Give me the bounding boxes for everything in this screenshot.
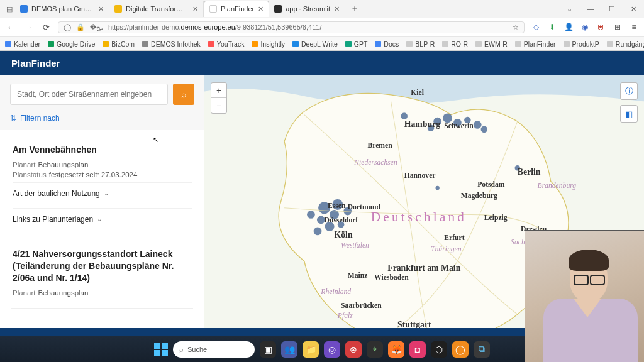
svg-text:Leipzig: Leipzig: [484, 214, 508, 222]
browser-tab[interactable]: app · Streamlit ✕: [269, 1, 345, 17]
adblock-icon[interactable]: ⛨: [596, 23, 606, 31]
location-search-input[interactable]: [10, 84, 168, 105]
svg-text:Rheinland: Rheinland: [320, 288, 351, 296]
maximize-button[interactable]: ☐: [601, 5, 623, 13]
layers-icon: ◧: [625, 109, 633, 119]
browser-tab[interactable]: DEMOS plan GmbH – Kalend ✕: [15, 1, 109, 17]
extension-icon[interactable]: ◉: [580, 23, 590, 31]
bookmark-item[interactable]: Kalender: [5, 40, 40, 48]
close-window-button[interactable]: ✕: [623, 5, 644, 13]
results-list[interactable]: Am Vennebähnchen PlanartBebauungsplan Pl…: [0, 130, 204, 328]
svg-text:Hannover: Hannover: [404, 172, 436, 180]
close-icon[interactable]: ✕: [258, 5, 264, 13]
taskbar-app-icon[interactable]: 👥: [281, 341, 297, 358]
taskbar-app-icon[interactable]: ▣: [260, 341, 276, 358]
taskbar-app-icon[interactable]: ⬡: [431, 341, 447, 358]
svg-text:Magdeburg: Magdeburg: [461, 192, 497, 200]
svg-text:Saarbrücken: Saarbrücken: [341, 302, 382, 310]
app-title: PlanFinder: [11, 58, 60, 69]
lock-icon: 🔒: [76, 23, 85, 31]
reload-button[interactable]: ⟳: [40, 23, 52, 32]
expander-links[interactable]: Links zu Planunterlagen⌄: [13, 208, 192, 230]
bookmark-item[interactable]: RO-R: [442, 40, 468, 48]
svg-text:Deutschland: Deutschland: [371, 209, 467, 224]
svg-text:Hamburg: Hamburg: [404, 119, 440, 129]
taskbar-app-icon[interactable]: ⊗: [345, 341, 362, 358]
bookmark-item[interactable]: BizCom: [103, 40, 135, 48]
bookmark-item[interactable]: Insightly: [252, 40, 285, 48]
chevron-down-icon: ⌄: [97, 216, 102, 222]
search-button[interactable]: ⌕: [173, 84, 194, 105]
taskbar-app-icon[interactable]: 🦊: [388, 341, 404, 358]
info-icon: ⓘ: [625, 85, 633, 97]
svg-text:Köln: Köln: [335, 230, 353, 239]
close-icon[interactable]: ✕: [192, 5, 198, 13]
svg-text:Berlin: Berlin: [518, 167, 541, 177]
zoom-out-button[interactable]: −: [211, 98, 226, 113]
info-button[interactable]: ⓘ: [620, 82, 638, 100]
recent-icon[interactable]: ▤: [4, 5, 15, 13]
bookmark-item[interactable]: PlanFinder: [515, 40, 556, 48]
expander-nutzung[interactable]: Art der baulichen Nutzung⌄: [13, 182, 192, 204]
browser-tab[interactable]: Digitale Transformation im St ✕: [109, 1, 204, 17]
download-icon[interactable]: ⬇: [547, 23, 557, 31]
close-icon[interactable]: ✕: [334, 5, 340, 13]
svg-text:Düsseldorf: Düsseldorf: [325, 216, 358, 224]
start-button[interactable]: [154, 343, 168, 356]
sliders-icon: ⇅: [10, 114, 16, 123]
pocket-icon[interactable]: ◇: [531, 23, 541, 31]
minimize-button[interactable]: —: [580, 5, 601, 13]
taskbar-app-icon[interactable]: ◘: [409, 341, 426, 358]
bookmark-item[interactable]: YouTrack: [208, 40, 245, 48]
url-bar[interactable]: ◯ 🔒 �مخ https://planfinder-demo.demos-eu…: [58, 21, 525, 33]
svg-text:Brandenburg: Brandenburg: [538, 182, 577, 190]
bookmark-item[interactable]: BLP-R: [406, 40, 435, 48]
chevron-down-icon[interactable]: ⌄: [558, 5, 580, 13]
layers-button[interactable]: ◧: [620, 105, 638, 123]
taskbar-app-icon[interactable]: ⧉: [474, 341, 490, 358]
filter-link[interactable]: ⇅ Filtern nach: [10, 114, 60, 123]
svg-point-14: [474, 121, 482, 129]
result-card[interactable]: 4/21 Nahversorgungsstandort Laineck (Tei…: [11, 239, 193, 309]
taskbar-search[interactable]: ⌕Suche: [173, 341, 255, 358]
bookmark-item[interactable]: DEMOS Infothek: [142, 40, 201, 48]
search-icon: ⌕: [179, 346, 184, 353]
svg-point-9: [307, 211, 315, 219]
bookmark-item[interactable]: EWM-R: [475, 40, 508, 48]
browser-tab-active[interactable]: PlanFinder ✕: [204, 1, 269, 17]
menu-icon[interactable]: ≡: [629, 23, 639, 31]
bookmark-item[interactable]: DeepL Write: [292, 40, 338, 48]
svg-point-19: [435, 186, 439, 190]
svg-text:Wiesbaden: Wiesbaden: [374, 273, 409, 282]
search-icon: ⌕: [181, 89, 186, 99]
svg-point-17: [401, 112, 408, 119]
zoom-in-button[interactable]: +: [211, 83, 226, 98]
app-header: PlanFinder: [0, 51, 644, 75]
svg-text:Erfurt: Erfurt: [444, 234, 464, 242]
taskbar-app-icon[interactable]: ◯: [452, 341, 469, 358]
bookmark-item[interactable]: Docs: [375, 40, 399, 48]
forward-button[interactable]: →: [23, 23, 34, 32]
svg-text:Potsdam: Potsdam: [477, 180, 505, 189]
account-icon[interactable]: 👤: [564, 23, 574, 31]
close-icon[interactable]: ✕: [98, 5, 104, 13]
permissions-icon: �مخ: [90, 24, 103, 31]
bookmark-item[interactable]: Rundgänge: [607, 40, 644, 48]
svg-text:Niedersachsen: Niedersachsen: [353, 158, 397, 167]
extensions-icon[interactable]: ⊞: [613, 23, 623, 31]
taskbar-app-icon[interactable]: ⌖: [367, 341, 383, 358]
result-card[interactable]: Am Vennebähnchen PlanartBebauungsplan Pl…: [11, 135, 193, 239]
result-title: 4/21 Nahversorgungsstandort Laineck (Tei…: [13, 248, 192, 284]
bookmark-star-icon[interactable]: ☆: [513, 23, 519, 31]
taskbar-app-icon[interactable]: ◎: [324, 341, 340, 358]
svg-text:Pfalz: Pfalz: [337, 312, 353, 320]
bookmark-item[interactable]: Google Drive: [48, 40, 95, 48]
result-title: Am Vennebähnchen: [13, 144, 192, 156]
taskbar-app-icon[interactable]: 📁: [303, 341, 319, 358]
bookmark-item[interactable]: GPT: [345, 40, 368, 48]
svg-text:Schwerin: Schwerin: [444, 122, 474, 130]
bookmark-item[interactable]: ProduktP: [564, 40, 599, 48]
new-tab-button[interactable]: ＋: [345, 3, 364, 14]
svg-text:Westfalen: Westfalen: [341, 241, 369, 250]
back-button[interactable]: ←: [5, 23, 16, 32]
